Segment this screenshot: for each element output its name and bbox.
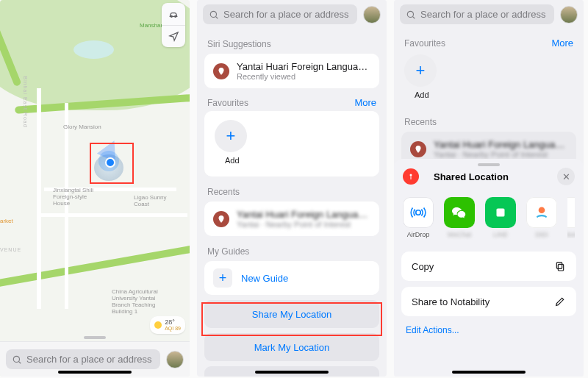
wechat-icon: [444, 197, 475, 228]
maps-search-sheet: Search for a place or address Siri Sugge…: [197, 0, 387, 377]
svg-point-3: [210, 11, 216, 17]
map-poi-label: China Agricultural University Yantai Bra…: [112, 288, 163, 315]
weather-temp: 28°: [165, 319, 181, 326]
search-placeholder: Search for a place or address: [420, 9, 546, 20]
current-location-dot[interactable]: [98, 151, 119, 171]
svg-point-6: [416, 210, 421, 215]
recent-title: Yantai Huari Foreign Language School (..…: [434, 139, 567, 150]
search-icon: [12, 354, 22, 365]
close-button[interactable]: ✕: [557, 168, 575, 185]
search-field[interactable]: Search for a place or address: [6, 349, 160, 369]
app-icon: [526, 197, 557, 228]
app-icon: [567, 197, 575, 228]
pencil-icon: [554, 296, 566, 307]
search-icon: [209, 10, 219, 20]
home-indicator: [255, 371, 329, 374]
pin-icon: [213, 63, 229, 79]
copy-label: Copy: [412, 261, 434, 272]
share-target-app[interactable]: WeChat: [444, 197, 475, 238]
weather-widget[interactable]: 28° AQI 89: [150, 316, 185, 334]
section-guides: My Guides: [197, 236, 387, 261]
map-poi-label: arket: [0, 218, 13, 224]
map-poi-label: Glory Mansion: [63, 124, 101, 130]
svg-point-4: [407, 11, 413, 17]
pin-icon: [410, 141, 426, 157]
share-my-location-button[interactable]: Share My Location: [204, 300, 379, 328]
share-app-row: AirDrop WeChat LINE DiDi: [394, 193, 584, 246]
copy-action[interactable]: Copy: [401, 252, 576, 281]
map-poi-label: Ligao Sunny Coast: [134, 194, 171, 207]
driving-mode-button[interactable]: [162, 3, 185, 25]
section-recents: Recents: [394, 107, 584, 132]
svg-point-5: [410, 174, 412, 176]
suggestion-title: Yantai Huari Foreign Language School (..…: [237, 61, 370, 72]
recent-subtitle: Yantai · Nearby Point of Interest: [434, 150, 567, 159]
search-placeholder: Search for a place or address: [223, 9, 349, 20]
search-placeholder: Search for a place or address: [26, 354, 152, 365]
drag-handle[interactable]: [84, 336, 106, 339]
drag-handle[interactable]: [478, 163, 500, 166]
locate-me-button[interactable]: [162, 25, 185, 47]
edit-actions-link[interactable]: Edit Actions...: [394, 316, 584, 344]
share-target-app[interactable]: DiDi: [526, 197, 557, 238]
airdrop-label: AirDrop: [407, 231, 430, 238]
favourites-more-link[interactable]: More: [354, 97, 376, 108]
svg-rect-7: [497, 209, 505, 217]
svg-rect-9: [558, 264, 563, 271]
svg-point-2: [13, 356, 19, 362]
pin-icon: [213, 211, 229, 227]
map-road-label: VENUE: [0, 247, 21, 252]
add-favourite-button[interactable]: +: [215, 120, 247, 152]
search-field[interactable]: Search for a place or address: [400, 4, 554, 24]
favourites-more-link[interactable]: More: [551, 38, 573, 49]
add-favourite-button[interactable]: +: [404, 54, 437, 87]
recents-card[interactable]: Yantai Huari Foreign Language School (..…: [204, 202, 379, 236]
app-label: WeChat: [448, 231, 471, 238]
svg-point-8: [539, 207, 545, 213]
plus-icon: +: [213, 268, 232, 288]
siri-suggestion-card[interactable]: Yantai Huari Foreign Language School (..…: [204, 54, 379, 88]
share-sheet: Shared Location ✕ AirDrop WeChat LINE: [394, 159, 584, 377]
search-field[interactable]: Search for a place or address: [203, 4, 357, 24]
app-label: More: [567, 231, 575, 238]
section-favourites: Favourites: [404, 38, 445, 49]
home-indicator: [452, 371, 526, 374]
map-road-label: Binhai East Road: [23, 76, 28, 128]
line-icon: [485, 197, 516, 228]
map-controls: [162, 3, 185, 47]
airdrop-icon: [403, 197, 434, 228]
mark-my-location-button[interactable]: Mark My Location: [204, 333, 379, 361]
share-target-app[interactable]: LINE: [485, 197, 516, 238]
profile-avatar[interactable]: [560, 6, 578, 24]
add-favourite-label: Add: [225, 156, 240, 165]
suggestion-subtitle: Recently viewed: [237, 72, 370, 81]
new-guide-label: New Guide: [241, 273, 288, 284]
profile-avatar[interactable]: [363, 6, 381, 24]
section-recents: Recents: [197, 176, 387, 202]
map-poi-label: Jinxiangtai Shili Foreign-style House: [53, 187, 97, 207]
add-favourite-label: Add: [415, 90, 429, 99]
new-guide-card[interactable]: + New Guide: [204, 261, 379, 295]
recent-title: Yantai Huari Foreign Language School (..…: [237, 209, 370, 220]
weather-aqi: AQI 89: [165, 326, 181, 331]
section-favourites: Favourites: [207, 98, 248, 108]
home-indicator: [58, 371, 132, 374]
search-icon: [406, 10, 416, 20]
maps-main-view: Manshancui Glory Mansion Jinxiangtai Shi…: [0, 0, 190, 377]
app-label: DiDi: [536, 231, 548, 238]
share-to-notability-action[interactable]: Share to Notability: [401, 287, 576, 316]
share-target-app[interactable]: More: [567, 197, 575, 238]
share-sheet-title: Shared Location: [434, 171, 509, 182]
maps-share-sheet-view: Search for a place or address Favourites…: [394, 0, 584, 377]
app-label: LINE: [493, 231, 508, 238]
sun-icon: [154, 321, 162, 329]
svg-rect-10: [556, 263, 562, 269]
share-target-airdrop[interactable]: AirDrop: [403, 197, 434, 238]
recent-subtitle: Yantai · Nearby Point of Interest: [237, 220, 370, 229]
notability-label: Share to Notability: [412, 296, 490, 307]
marker-icon: [403, 168, 419, 185]
profile-avatar[interactable]: [166, 351, 184, 368]
copy-icon: [554, 260, 566, 272]
section-siri: Siri Suggestions: [197, 29, 387, 54]
